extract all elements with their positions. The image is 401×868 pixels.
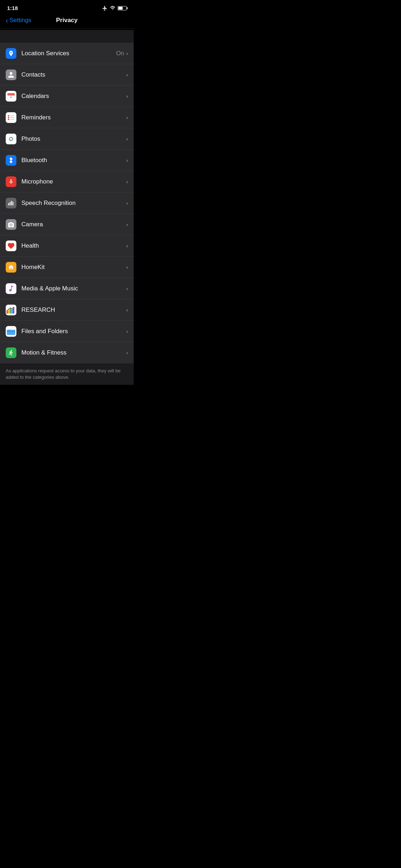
photos-label: Photos [21,135,126,143]
status-time: 1:18 [7,5,18,11]
svg-rect-21 [8,203,9,205]
location-services-icon [6,48,16,59]
health-label: Health [21,242,126,249]
bluetooth-icon [6,155,16,166]
list-item-calendars[interactable]: ●●●●●●● 5 Calendars › [0,86,134,107]
location-services-value: On [116,50,124,57]
wifi-icon [110,5,115,11]
health-icon [6,241,16,251]
back-label: Settings [10,17,31,24]
footer-note: As applications request access to your d… [0,363,134,385]
list-item-bluetooth[interactable]: Bluetooth › [0,150,134,171]
list-item-motion-fitness[interactable]: Motion & Fitness › [0,342,134,363]
research-icon [6,305,16,315]
svg-rect-31 [7,330,10,331]
camera-label: Camera [21,221,126,228]
photos-icon [6,134,16,144]
homekit-label: HomeKit [21,264,126,271]
homekit-icon [6,262,16,273]
privacy-list: Location Services On › Contacts › ●●●●●●… [0,43,134,363]
svg-point-20 [10,138,12,140]
nav-divider [0,28,134,29]
files-and-folders-chevron: › [126,329,128,334]
list-item-speech-recognition[interactable]: Speech Recognition › [0,192,134,214]
status-bar: 1:18 [0,0,134,14]
footer-note-text: As applications request access to your d… [6,368,120,380]
svg-rect-28 [11,309,13,314]
back-chevron-icon: ‹ [6,17,8,24]
list-item-media-apple-music[interactable]: Media & Apple Music › [0,278,134,299]
list-item-health[interactable]: Health › [0,235,134,257]
list-item-location-services[interactable]: Location Services On › [0,43,134,64]
svg-rect-25 [6,310,8,313]
microphone-icon [6,176,16,187]
motion-fitness-chevron: › [126,350,128,356]
list-item-photos[interactable]: Photos › [0,128,134,150]
homekit-chevron: › [126,264,128,270]
nav-bar: ‹ Settings Privacy [0,14,134,28]
svg-point-7 [8,117,9,118]
list-item-contacts[interactable]: Contacts › [0,64,134,86]
files-and-folders-label: Files and Folders [21,328,126,335]
svg-point-5 [8,115,9,117]
battery-fill [118,7,123,10]
contacts-label: Contacts [21,71,126,78]
photos-chevron: › [126,136,128,142]
status-icons [102,5,127,11]
motion-fitness-label: Motion & Fitness [21,349,126,356]
list-item-reminders[interactable]: Reminders › [0,107,134,128]
calendars-icon: ●●●●●●● 5 [6,91,16,102]
svg-point-9 [8,119,9,120]
microphone-label: Microphone [21,178,126,185]
research-chevron: › [126,307,128,313]
svg-rect-6 [10,115,14,116]
section-spacer [0,30,134,43]
camera-chevron: › [126,222,128,227]
list-item-camera[interactable]: Camera › [0,214,134,235]
svg-rect-23 [11,201,12,205]
svg-rect-10 [10,119,14,120]
contacts-icon [6,69,16,80]
svg-rect-24 [12,202,13,205]
speech-recognition-label: Speech Recognition [21,200,126,207]
svg-rect-8 [10,117,14,118]
calendars-label: Calendars [21,93,126,100]
media-apple-music-chevron: › [126,286,128,291]
health-chevron: › [126,243,128,249]
calendars-chevron: › [126,93,128,99]
bluetooth-label: Bluetooth [21,157,126,164]
speech-recognition-icon [6,198,16,208]
svg-rect-27 [10,308,11,313]
location-services-chevron: › [126,51,128,56]
camera-icon [6,219,16,230]
research-label: RESEARCH [21,306,126,314]
media-apple-music-label: Media & Apple Music [21,285,126,292]
svg-text:●●●●●●●: ●●●●●●● [8,94,14,95]
svg-rect-26 [8,309,10,314]
bluetooth-chevron: › [126,157,128,163]
media-apple-music-icon [6,283,16,294]
page-title: Privacy [56,17,78,24]
contacts-chevron: › [126,72,128,78]
motion-fitness-icon [6,347,16,358]
speech-recognition-chevron: › [126,200,128,206]
reminders-label: Reminders [21,114,126,121]
reminders-icon [6,112,16,123]
list-item-files-and-folders[interactable]: Files and Folders › [0,321,134,342]
files-icon [6,326,16,337]
list-item-microphone[interactable]: Microphone › [0,171,134,192]
location-services-label: Location Services [21,50,116,57]
list-item-research[interactable]: RESEARCH › [0,299,134,321]
back-button[interactable]: ‹ Settings [6,17,31,24]
list-item-homekit[interactable]: HomeKit › [0,257,134,278]
svg-rect-29 [13,307,14,313]
svg-rect-22 [10,202,10,205]
airplane-icon [102,5,108,11]
microphone-chevron: › [126,179,128,185]
reminders-chevron: › [126,115,128,120]
battery-icon [118,6,127,10]
